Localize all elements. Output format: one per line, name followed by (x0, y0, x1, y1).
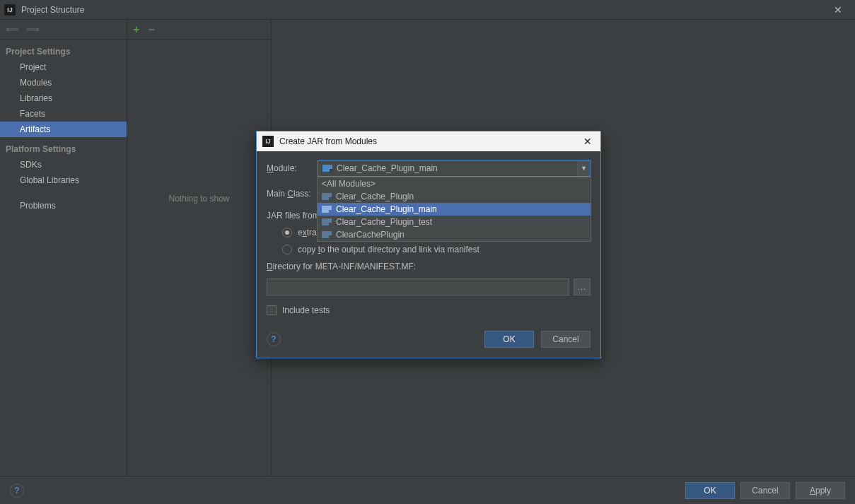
radio-extract[interactable] (282, 228, 292, 238)
app-icon: IJ (4, 4, 16, 16)
radio-copy-label: copy to the output directory and link vi… (298, 245, 479, 254)
include-tests-checkbox[interactable] (267, 305, 277, 315)
sidebar-item-sdks[interactable]: SDKs (0, 157, 127, 172)
dropdown-item-all-modules[interactable]: <All Modules> (318, 177, 591, 190)
sidebar-item-project[interactable]: Project (0, 59, 127, 75)
main-class-label: Main Class: (267, 189, 318, 199)
module-icon (322, 218, 332, 225)
add-artifact-button[interactable]: + (133, 23, 139, 36)
sidebar-item-artifacts[interactable]: Artifacts (0, 122, 127, 137)
radio-copy-row[interactable]: copy to the output directory and link vi… (282, 245, 591, 254)
module-combo[interactable]: Clear_Cache_Plugin_main ▼ (318, 160, 591, 177)
section-platform-settings: Platform Settings (0, 137, 127, 157)
remove-artifact-button[interactable]: − (148, 23, 154, 36)
create-jar-dialog: IJ Create JAR from Modules ✕ Module: Cle… (256, 131, 601, 358)
window-footer: ? OK Cancel Apply (0, 476, 855, 504)
module-combo-value: Clear_Cache_Plugin_main (337, 163, 574, 173)
empty-list-label: Nothing to show (127, 40, 271, 204)
window-titlebar: IJ Project Structure ✕ (0, 0, 855, 20)
window-title: Project Structure (21, 5, 825, 15)
dialog-title: Create JAR from Modules (279, 136, 581, 146)
radio-copy[interactable] (282, 245, 292, 254)
window-cancel-button[interactable]: Cancel (740, 482, 790, 499)
artifact-list-panel: + − Nothing to show (127, 20, 272, 476)
dialog-footer: ? OK Cancel (267, 331, 591, 348)
dropdown-item-clear-cache-plugin[interactable]: Clear_Cache_Plugin (318, 190, 591, 203)
window-close-button[interactable]: ✕ (825, 4, 851, 16)
sidebar-item-libraries[interactable]: Libraries (0, 90, 127, 106)
sidebar-item-global-libraries[interactable]: Global Libraries (0, 172, 127, 188)
include-tests-row[interactable]: Include tests (267, 305, 591, 315)
dialog-titlebar: IJ Create JAR from Modules ✕ (257, 131, 600, 151)
manifest-directory-browse-button[interactable]: ... (574, 279, 591, 295)
artifact-toolbar: + − (127, 20, 271, 40)
sidebar-item-modules[interactable]: Modules (0, 75, 127, 90)
help-button[interactable]: ? (10, 484, 24, 498)
dialog-cancel-button[interactable]: Cancel (541, 331, 591, 348)
module-icon (322, 165, 332, 172)
module-icon (322, 231, 332, 238)
chevron-down-icon: ▼ (577, 160, 590, 176)
dropdown-item-clear-cache-plugin-main[interactable]: Clear_Cache_Plugin_main (318, 203, 591, 216)
manifest-directory-input[interactable] (267, 279, 569, 295)
section-project-settings: Project Settings (0, 40, 127, 59)
window-apply-button[interactable]: Apply (796, 482, 845, 499)
module-dropdown: <All Modules> Clear_Cache_Plugin Clear_C… (317, 177, 591, 242)
sidebar-item-facets[interactable]: Facets (0, 106, 127, 122)
include-tests-label: Include tests (282, 305, 330, 315)
dropdown-item-clearcacheplugin[interactable]: ClearCachePlugin (318, 228, 591, 241)
window-ok-button[interactable]: OK (685, 482, 735, 499)
dialog-ok-button[interactable]: OK (484, 331, 534, 348)
dialog-help-button[interactable]: ? (267, 332, 281, 346)
dialog-app-icon: IJ (262, 136, 274, 147)
directory-label: Directory for META-INF/MANIFEST.MF: (267, 262, 591, 271)
module-label: Module: (267, 163, 318, 173)
back-icon[interactable]: ⟸ (6, 24, 19, 35)
dialog-body: Module: Clear_Cache_Plugin_main ▼ <All M… (257, 151, 600, 358)
dialog-close-button[interactable]: ✕ (581, 136, 595, 147)
forward-icon[interactable]: ⟹ (26, 24, 40, 35)
module-icon (322, 193, 332, 200)
module-icon (322, 206, 332, 213)
sidebar: ⟸ ⟹ Project Settings Project Modules Lib… (0, 20, 127, 476)
dropdown-item-clear-cache-plugin-test[interactable]: Clear_Cache_Plugin_test (318, 216, 591, 228)
sidebar-item-problems[interactable]: Problems (0, 188, 127, 213)
sidebar-toolbar: ⟸ ⟹ (0, 20, 127, 40)
